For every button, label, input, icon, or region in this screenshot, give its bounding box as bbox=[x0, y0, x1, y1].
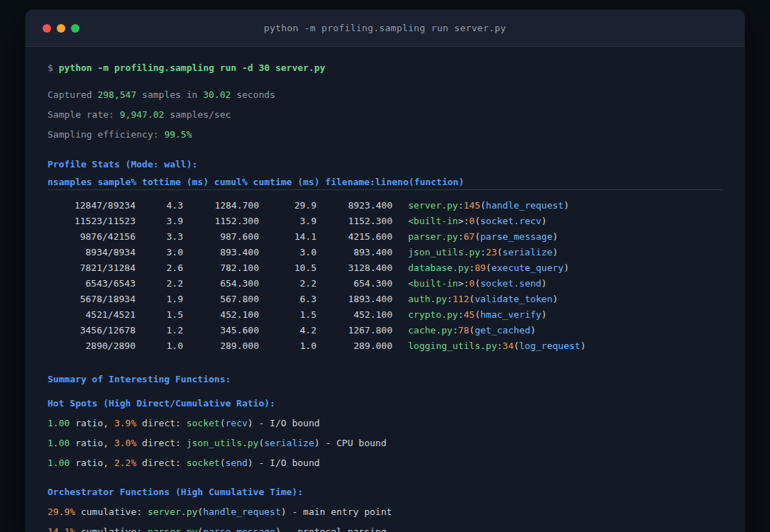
summary-title: Summary of Interesting Functions: bbox=[48, 370, 723, 389]
text-segment: - CPU bound bbox=[320, 438, 387, 448]
stats-cell-nsamples: 8934/8934 bbox=[48, 245, 136, 260]
zoom-button[interactable] bbox=[71, 24, 79, 33]
text-segment: parse_message bbox=[203, 526, 275, 532]
stats-cell-tottime: 1152.300 bbox=[183, 214, 259, 229]
stats-cell-function: <built-in>:0(socket.send) bbox=[392, 276, 723, 292]
stats-cell-sample-pct: 2.6 bbox=[136, 260, 183, 276]
text-segment: ) bbox=[275, 526, 281, 532]
stats-cell-cumul-pct: 1.5 bbox=[259, 307, 317, 323]
stats-cell-tottime: 1284.700 bbox=[183, 198, 259, 214]
text-segment: ) bbox=[563, 262, 569, 273]
text-segment: Sampling efficiency: bbox=[48, 129, 164, 140]
terminal-line: Captured 298,547 samples in 30.02 second… bbox=[48, 85, 723, 105]
stats-row: 5678/189341.9567.8006.31893.400auth.py:1… bbox=[48, 292, 723, 307]
function-name-segment: parse_message bbox=[480, 231, 553, 242]
text-segment: ( bbox=[514, 340, 519, 351]
text-segment: cumulative: bbox=[75, 506, 148, 517]
stats-cell-cumtime: 1267.800 bbox=[317, 323, 392, 338]
text-segment: : bbox=[480, 247, 486, 257]
text-segment: ( bbox=[197, 506, 203, 517]
lineno-segment: 145 bbox=[463, 200, 480, 211]
minimize-button[interactable] bbox=[57, 24, 65, 33]
stats-cell-sample-pct: 1.2 bbox=[136, 323, 183, 338]
stats-cell-cumtime: 3128.400 bbox=[317, 260, 392, 276]
text-segment: serialize bbox=[264, 438, 314, 448]
text-segment: Sample rate: bbox=[48, 109, 120, 120]
stats-cell-cumul-pct: 1.0 bbox=[259, 338, 317, 354]
terminal-line: $ python -m profiling.sampling run -d 30… bbox=[48, 58, 723, 78]
stats-cell-cumul-pct: 29.9 bbox=[259, 198, 317, 214]
stats-cell-tottime: 452.100 bbox=[183, 307, 259, 323]
text-segment: - protocol parsing bbox=[281, 526, 387, 532]
prompt-line: $ python -m profiling.sampling run -d 30… bbox=[48, 58, 723, 78]
stats-cell-sample-pct: 3.3 bbox=[136, 229, 183, 245]
stats-cell-tottime: 567.800 bbox=[183, 292, 259, 307]
text-segment: json_utils.py bbox=[187, 438, 259, 448]
text-segment: 30.02 bbox=[203, 89, 231, 100]
text-segment: handle_request bbox=[203, 506, 281, 517]
window-titlebar[interactable]: python -m profiling.sampling run server.… bbox=[26, 10, 744, 47]
stats-cell-sample-pct: 3.0 bbox=[136, 245, 183, 260]
text-segment: ( bbox=[480, 200, 486, 211]
text-segment: ) bbox=[541, 216, 547, 226]
text-segment: samples in bbox=[136, 89, 203, 100]
stats-cell-cumtime: 452.100 bbox=[317, 307, 392, 323]
stats-cell-nsamples: 5678/18934 bbox=[48, 292, 136, 307]
stats-cell-cumtime: 654.300 bbox=[317, 276, 392, 292]
stats-row: 11523/115233.91152.3003.91152.300<built-… bbox=[48, 214, 723, 229]
text-segment: ( bbox=[469, 294, 475, 304]
text-segment: ( bbox=[497, 247, 502, 257]
filename-segment: auth.py bbox=[408, 294, 447, 304]
text-segment: ( bbox=[475, 231, 480, 242]
filename-segment: parser.py bbox=[408, 231, 458, 242]
text-segment: ) bbox=[248, 418, 253, 428]
text-segment: ( bbox=[197, 526, 203, 532]
filename-segment: server.py bbox=[408, 200, 458, 211]
text-segment: ) bbox=[553, 231, 559, 242]
window-title: python -m profiling.sampling run server.… bbox=[264, 23, 506, 33]
text-segment: ( bbox=[475, 309, 480, 320]
text-segment: 9,947.02 bbox=[120, 109, 165, 120]
lineno-segment: 0 bbox=[469, 278, 475, 289]
stats-row: 8934/89343.0893.4003.0893.400json_utils.… bbox=[48, 245, 723, 260]
text-segment: ratio, bbox=[70, 438, 114, 448]
text-segment: ) bbox=[553, 294, 559, 304]
stats-cell-sample-pct: 1.9 bbox=[136, 292, 183, 307]
function-name-segment: get_cached bbox=[475, 325, 530, 336]
stats-row: 2890/28901.0289.0001.0289.000logging_uti… bbox=[48, 338, 723, 354]
terminal-content[interactable]: $ python -m profiling.sampling run -d 30… bbox=[26, 47, 744, 532]
text-segment: direct: bbox=[136, 438, 186, 448]
stats-cell-cumtime: 4215.600 bbox=[317, 229, 392, 245]
filename-segment: <built-in bbox=[408, 278, 458, 289]
capture-info: Captured 298,547 samples in 30.02 second… bbox=[48, 85, 723, 145]
text-segment: ) bbox=[281, 506, 287, 517]
stats-cell-nsamples: 7821/31284 bbox=[48, 260, 136, 276]
close-button[interactable] bbox=[43, 24, 51, 33]
function-name-segment: execute_query bbox=[491, 262, 563, 273]
hot-spots-title: Hot Spots (High Direct/Cumulative Ratio)… bbox=[48, 394, 723, 414]
text-segment: 29.9% bbox=[48, 506, 75, 517]
text-segment: parser.py bbox=[148, 526, 197, 532]
stats-cell-nsamples: 11523/11523 bbox=[48, 214, 136, 229]
text-segment: 14.1% bbox=[48, 526, 75, 532]
lineno-segment: 112 bbox=[453, 294, 469, 304]
terminal-line: 1.00 ratio, 3.0% direct: json_utils.py(s… bbox=[48, 433, 723, 453]
text-segment: ) bbox=[314, 438, 320, 448]
text-segment: ( bbox=[220, 458, 226, 468]
function-name-segment: handle_request bbox=[486, 200, 564, 211]
stats-cell-cumtime: 8923.400 bbox=[317, 198, 392, 214]
text-segment: 298,547 bbox=[97, 89, 136, 100]
profile-stats-title: Profile Stats (Mode: wall): bbox=[48, 155, 723, 174]
text-segment: Captured bbox=[48, 89, 97, 100]
stats-cell-function: database.py:89(execute_query) bbox=[392, 260, 723, 276]
text-segment: ) bbox=[553, 247, 559, 257]
text-segment: ( bbox=[469, 325, 475, 336]
stats-table-header: nsamples sample% tottime (ms) cumul% cum… bbox=[48, 174, 723, 190]
text-segment: ) bbox=[581, 340, 586, 351]
text-segment: ratio, bbox=[70, 458, 114, 468]
terminal-line: 14.1% cumulative: parser.py(parse_messag… bbox=[48, 522, 723, 532]
terminal-line: 29.9% cumulative: server.py(handle_reque… bbox=[48, 502, 723, 522]
text-segment: $ bbox=[48, 62, 59, 73]
filename-segment: <built-in bbox=[408, 216, 458, 226]
stats-cell-cumul-pct: 4.2 bbox=[259, 323, 317, 338]
